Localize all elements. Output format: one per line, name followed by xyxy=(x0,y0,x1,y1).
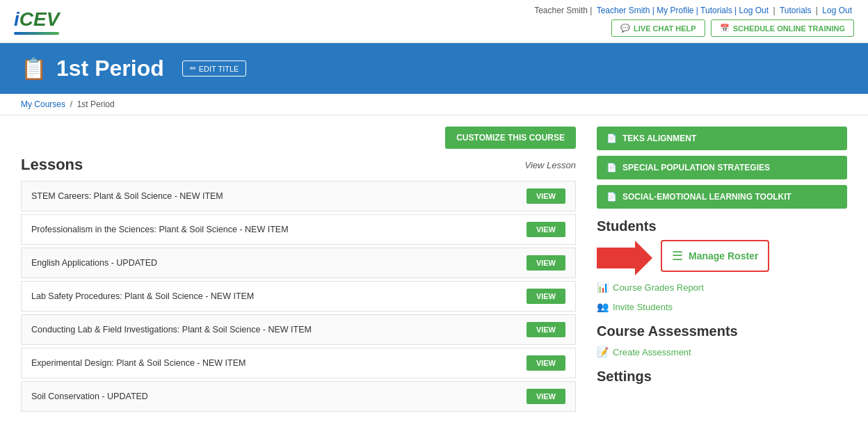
lesson-row: Experimental Design: Plant & Soil Scienc… xyxy=(21,348,576,378)
lesson-row: Conducting Lab & Field Investigations: P… xyxy=(21,314,576,345)
main-content: CUSTOMIZE THIS COURSE Lessons View Lesso… xyxy=(0,115,868,426)
logo: iCEV xyxy=(14,8,59,31)
view-lesson-button-4[interactable]: VIEW xyxy=(527,322,565,337)
invite-students-row[interactable]: 👥 Invite Students xyxy=(597,300,847,314)
doc-icon-3: 📄 xyxy=(606,192,617,202)
lesson-name: Conducting Lab & Field Investigations: P… xyxy=(31,325,312,335)
live-chat-button[interactable]: 💬 LIVE CHAT HELP xyxy=(611,19,705,37)
lesson-name: Experimental Design: Plant & Soil Scienc… xyxy=(31,358,246,368)
current-page-crumb: 1st Period xyxy=(77,99,115,109)
svg-marker-0 xyxy=(597,241,652,275)
right-column: 📄 TEKS ALIGNMENT 📄 SPECIAL POPULATION ST… xyxy=(597,127,847,414)
assessment-icon: 📝 xyxy=(597,346,609,357)
lesson-name: Lab Safety Procedures: Plant & Soil Scie… xyxy=(31,291,254,301)
people-icon: 👥 xyxy=(597,301,609,312)
social-emotional-button[interactable]: 📄 SOCIAL-EMOTIONAL LEARNING TOOLKIT xyxy=(597,185,847,209)
create-assessment-label: Create Assessment xyxy=(613,347,691,357)
top-buttons: 💬 LIVE CHAT HELP 📅 SCHEDULE ONLINE TRAIN… xyxy=(611,19,854,37)
lesson-name: English Applications - UPDATED xyxy=(31,258,157,268)
customize-area: CUSTOMIZE THIS COURSE xyxy=(21,127,576,149)
my-profile-link[interactable]: Teacher Smith | My Profile | Tutorials |… xyxy=(597,6,769,15)
view-lesson-button-0[interactable]: VIEW xyxy=(527,188,565,204)
edit-title-button[interactable]: ✏ EDIT TITLE xyxy=(182,61,247,76)
create-assessment-row[interactable]: 📝 Create Assessment xyxy=(597,345,847,359)
lesson-row: Lab Safety Procedures: Plant & Soil Scie… xyxy=(21,281,576,312)
lesson-row: STEM Careers: Plant & Soil Science - NEW… xyxy=(21,181,576,211)
breadcrumb: My Courses / 1st Period xyxy=(0,94,868,115)
calendar-icon: 📅 xyxy=(720,24,730,33)
title-bar: 📋 1st Period ✏ EDIT TITLE xyxy=(0,43,868,94)
lessons-list: STEM Careers: Plant & Soil Science - NEW… xyxy=(21,181,576,412)
manage-roster-box[interactable]: ☰ Manage Roster xyxy=(661,240,769,272)
lesson-name: Professionalism in the Sciences: Plant &… xyxy=(31,225,289,234)
doc-icon: 📄 xyxy=(606,134,617,143)
assessments-section-title: Course Assessments xyxy=(597,323,847,339)
logo-area: iCEV xyxy=(14,8,59,35)
lesson-row: Soil Conservation - UPDATED VIEW xyxy=(21,381,576,412)
top-right: Teacher Smith | Teacher Smith | My Profi… xyxy=(534,6,854,37)
teks-alignment-button[interactable]: 📄 TEKS ALIGNMENT xyxy=(597,127,847,150)
view-lesson-button-3[interactable]: VIEW xyxy=(527,289,565,304)
view-lesson-button-2[interactable]: VIEW xyxy=(527,255,565,271)
manage-roster-label: Manage Roster xyxy=(689,250,758,261)
course-grades-row[interactable]: 📊 Course Grades Report xyxy=(597,280,847,294)
pencil-icon: ✏ xyxy=(190,64,196,73)
left-column: CUSTOMIZE THIS COURSE Lessons View Lesso… xyxy=(21,127,597,414)
logout-link[interactable]: Log Out xyxy=(822,6,852,15)
lesson-row: Professionalism in the Sciences: Plant &… xyxy=(21,214,576,245)
customize-course-button[interactable]: CUSTOMIZE THIS COURSE xyxy=(445,127,576,149)
view-lesson-button-1[interactable]: VIEW xyxy=(527,222,565,237)
lessons-title: Lessons xyxy=(21,156,83,174)
special-population-button[interactable]: 📄 SPECIAL POPULATION STRATEGIES xyxy=(597,156,847,179)
schedule-training-button[interactable]: 📅 SCHEDULE ONLINE TRAINING xyxy=(711,19,854,37)
lesson-name: STEM Careers: Plant & Soil Science - NEW… xyxy=(31,191,223,201)
settings-section-title: Settings xyxy=(597,369,847,385)
view-lesson-button-5[interactable]: VIEW xyxy=(527,355,565,371)
right-top-buttons: 📄 TEKS ALIGNMENT 📄 SPECIAL POPULATION ST… xyxy=(597,127,847,209)
red-arrow-icon xyxy=(597,241,652,275)
lessons-header: Lessons View Lesson xyxy=(21,156,576,174)
students-section-title: Students xyxy=(597,218,847,234)
tutorials-link[interactable]: Tutorials xyxy=(780,6,812,15)
view-lesson-button-6[interactable]: VIEW xyxy=(527,389,565,404)
top-bar: iCEV Teacher Smith | Teacher Smith | My … xyxy=(0,0,868,43)
document-icon: 📋 xyxy=(21,56,47,81)
lesson-row: English Applications - UPDATED VIEW xyxy=(21,248,576,278)
chat-icon: 💬 xyxy=(620,24,630,33)
invite-students-label: Invite Students xyxy=(613,302,673,312)
lesson-name: Soil Conservation - UPDATED xyxy=(31,392,148,401)
course-grades-label: Course Grades Report xyxy=(613,282,704,293)
view-lesson-label: View Lesson xyxy=(525,160,576,170)
doc-icon-2: 📄 xyxy=(606,163,617,172)
my-courses-link[interactable]: My Courses xyxy=(21,99,65,109)
page-title: 1st Period xyxy=(56,56,164,81)
user-nav: Teacher Smith | Teacher Smith | My Profi… xyxy=(534,6,854,15)
chart-icon: 📊 xyxy=(597,282,609,293)
list-icon: ☰ xyxy=(672,248,683,264)
